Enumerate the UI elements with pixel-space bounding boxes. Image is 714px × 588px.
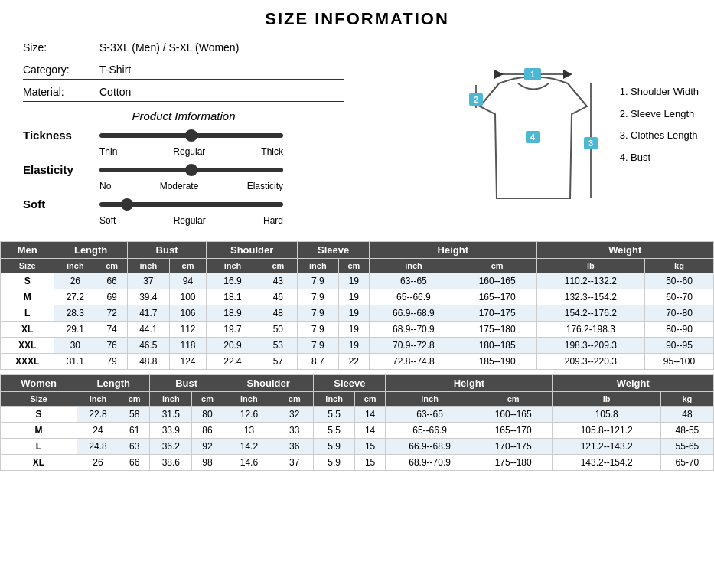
- data-cell: 15: [354, 455, 385, 471]
- thickness-label-thick: Thick: [261, 146, 283, 157]
- table-row: S2666379416.9437.91963--65160--165110.2-…: [1, 273, 714, 289]
- women-col-shoulder: Shoulder: [223, 375, 314, 392]
- men-unit-height-inch: inch: [370, 259, 458, 273]
- data-cell: 132.3--154.2: [536, 289, 645, 305]
- men-section-label: Men: [1, 242, 54, 259]
- men-unit-shoulder-cm: cm: [259, 259, 297, 273]
- data-cell: 185--190: [458, 354, 536, 370]
- data-cell: 165--170: [458, 289, 536, 305]
- data-cell: 5.5: [314, 423, 354, 439]
- women-unit-bust-inch: inch: [150, 392, 192, 407]
- data-cell: 13: [223, 423, 275, 439]
- size-cell: XXXL: [1, 354, 54, 370]
- data-cell: 58: [119, 407, 149, 423]
- data-cell: 5.9: [314, 439, 354, 455]
- data-cell: 27.2: [54, 289, 96, 305]
- data-cell: 20.9: [207, 338, 259, 354]
- data-cell: 14: [354, 423, 385, 439]
- data-cell: 24.8: [77, 439, 119, 455]
- size-tables: Men Length Bust Shoulder Sleeve Height W…: [0, 241, 714, 471]
- data-cell: 43: [259, 273, 297, 289]
- data-cell: 74: [96, 322, 128, 338]
- data-cell: 98: [192, 455, 223, 471]
- data-cell: 7.9: [298, 305, 339, 322]
- data-cell: 37: [127, 273, 169, 289]
- size-cell: XL: [1, 455, 77, 471]
- data-cell: 66.9--68.9: [370, 305, 458, 322]
- data-cell: 175--180: [458, 322, 536, 338]
- data-cell: 32: [275, 407, 314, 423]
- women-unit-height-cm: cm: [474, 392, 553, 407]
- data-cell: 22.8: [77, 407, 119, 423]
- thickness-label: Tickness: [23, 129, 92, 142]
- men-col-height: Height: [370, 242, 536, 259]
- men-col-shoulder: Shoulder: [207, 242, 298, 259]
- data-cell: 48: [660, 407, 713, 423]
- data-cell: 143.2--154.2: [553, 455, 660, 471]
- data-cell: 124: [169, 354, 206, 370]
- thickness-label-thin: Thin: [99, 146, 117, 157]
- data-cell: 66.9--68.9: [386, 439, 474, 455]
- material-label: Material:: [23, 86, 92, 98]
- legend-item-2: 2. Sleeve Length: [620, 103, 699, 126]
- data-cell: 160--165: [458, 273, 536, 289]
- soft-label-soft: Soft: [99, 215, 116, 226]
- men-unit-bust-cm: cm: [169, 259, 206, 273]
- table-row: L28.37241.710618.9487.91966.9--68.9170--…: [1, 305, 714, 322]
- elasticity-labels: No Moderate Elasticity: [99, 181, 283, 191]
- data-cell: 30: [54, 338, 96, 354]
- men-col-bust: Bust: [127, 242, 206, 259]
- table-row: XL266638.69814.6375.91568.9--70.9175--18…: [1, 455, 714, 471]
- men-unit-weight-kg: kg: [645, 259, 714, 273]
- data-cell: 19: [338, 305, 370, 322]
- elasticity-label-elasticity: Elasticity: [247, 181, 283, 191]
- data-cell: 55-65: [660, 439, 713, 455]
- data-cell: 7.9: [298, 338, 339, 354]
- women-unit-shoulder-cm: cm: [275, 392, 314, 407]
- size-cell: S: [1, 273, 54, 289]
- data-cell: 22.4: [207, 354, 259, 370]
- men-size-table: Men Length Bust Shoulder Sleeve Height W…: [0, 241, 714, 370]
- women-size-table: Women Length Bust Shoulder Sleeve Height…: [0, 374, 714, 471]
- data-cell: 19: [338, 273, 370, 289]
- data-cell: 61: [119, 423, 149, 439]
- data-cell: 7.9: [298, 289, 339, 305]
- women-col-weight: Weight: [553, 375, 714, 392]
- data-cell: 50--60: [645, 273, 714, 289]
- men-unit-height-cm: cm: [458, 259, 536, 273]
- data-cell: 79: [96, 354, 128, 370]
- data-cell: 105.8: [553, 407, 660, 423]
- data-cell: 31.5: [150, 407, 192, 423]
- thickness-slider: [99, 133, 283, 138]
- data-cell: 72: [96, 305, 128, 322]
- data-cell: 110.2--132.2: [536, 273, 645, 289]
- data-cell: 70.9--72.8: [370, 338, 458, 354]
- data-cell: 118: [169, 338, 206, 354]
- data-cell: 165--170: [474, 423, 553, 439]
- data-cell: 70--80: [645, 305, 714, 322]
- shirt-diagram: 1 2 3 4 1. Shoulder Width 2. Sleeve Leng…: [360, 35, 706, 238]
- table-row: M246133.98613335.51465--66.9165--170105.…: [1, 423, 714, 439]
- data-cell: 80: [192, 407, 223, 423]
- size-cell: XXL: [1, 338, 54, 354]
- data-cell: 154.2--176.2: [536, 305, 645, 322]
- data-cell: 39.4: [127, 289, 169, 305]
- data-cell: 209.3--220.3: [536, 354, 645, 370]
- women-unit-sleeve-inch: inch: [314, 392, 354, 407]
- elasticity-slider: [99, 168, 283, 172]
- data-cell: 105.8--121.2: [553, 423, 660, 439]
- data-cell: 36: [275, 439, 314, 455]
- size-value: S-3XL (Men) / S-XL (Women): [99, 41, 239, 54]
- size-legend: 1. Shoulder Width 2. Sleeve Length 3. Cl…: [620, 81, 699, 168]
- data-cell: 7.9: [298, 322, 339, 338]
- elasticity-label-no: No: [99, 181, 111, 191]
- category-value: T-Shirt: [99, 64, 131, 76]
- data-cell: 72.8--74.8: [370, 354, 458, 370]
- legend-item-3: 3. Clothes Length: [620, 125, 699, 147]
- material-value: Cotton: [99, 86, 131, 98]
- data-cell: 53: [259, 338, 297, 354]
- men-unit-shoulder-inch: inch: [207, 259, 259, 273]
- women-unit-length-cm: cm: [119, 392, 149, 407]
- data-cell: 80--90: [645, 322, 714, 338]
- data-cell: 65--66.9: [370, 289, 458, 305]
